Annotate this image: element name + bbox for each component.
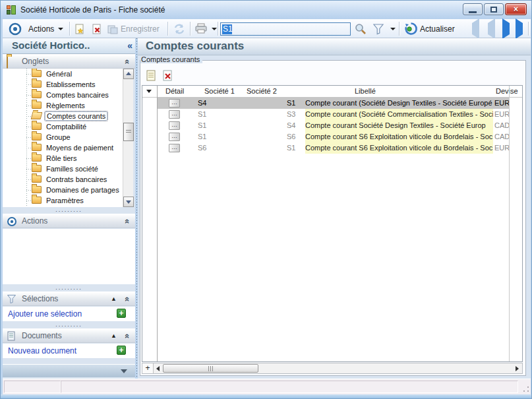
search-button[interactable] (354, 21, 367, 36)
folder-icon (32, 154, 42, 162)
collapse-sidebar-button[interactable]: « (127, 40, 133, 51)
collapse-panel-icon[interactable]: « (123, 219, 133, 224)
filter-button[interactable] (372, 21, 385, 36)
cell-societe1: S1 (198, 110, 206, 118)
table-row[interactable]: …S1S4Compte courant Société Design Texti… (142, 120, 523, 131)
column-header-devise[interactable]: Devise (496, 87, 518, 95)
add-selection-link[interactable]: Ajouter une sélection (8, 309, 82, 319)
tree-item-groupe[interactable]: Groupe (3, 132, 123, 142)
column-header-detail[interactable]: Détail (165, 87, 184, 95)
splitter-handle[interactable]: ......... (3, 208, 135, 213)
collapse-panel-icon[interactable]: « (123, 297, 133, 301)
table-row[interactable]: …S4S1Compte courant (Société Design Text… (142, 98, 523, 109)
panel-header-selections[interactable]: Sélections ▲ « (3, 292, 135, 306)
scrollbar-thumb[interactable] (163, 364, 258, 373)
actions-panel-label: Actions (22, 216, 47, 226)
splitter-handle[interactable]: ......... (3, 286, 135, 291)
add-selection-plus-button[interactable]: + (117, 309, 126, 318)
grid-new-row-button[interactable] (145, 69, 158, 82)
refresh-button[interactable] (173, 21, 186, 36)
column-header-libelle[interactable]: Libellé (355, 87, 376, 95)
search-input[interactable] (220, 22, 351, 36)
filter-dropdown-button[interactable] (388, 21, 396, 36)
print-dropdown-button[interactable] (210, 21, 217, 36)
tree-item-comptes-bancaires[interactable]: Comptes bancaires (3, 90, 123, 100)
nav-next-button[interactable] (502, 21, 510, 36)
tree-item-r-glements[interactable]: Règlements (3, 100, 123, 111)
horizontal-scrollbar[interactable]: + (142, 363, 523, 374)
sidebar-overflow-bar[interactable] (3, 364, 135, 377)
splitter-handle[interactable]: ......... (3, 322, 135, 328)
column-header-societe2[interactable]: Société 2 (247, 87, 277, 95)
cell-libelle: Compte courant (Société Design Textiles … (305, 98, 493, 109)
delete-page-icon (91, 23, 103, 35)
nav-first-button[interactable] (472, 21, 479, 36)
document-icon (7, 331, 17, 340)
minimize-icon (469, 11, 477, 13)
main-title-band: Comptes courants (138, 38, 531, 55)
tree-item-contrats-bancaires[interactable]: Contrats bancaires (3, 174, 123, 185)
resize-grip[interactable] (523, 386, 529, 392)
window-title: Société Horticole de Paris - Fiche socié… (20, 5, 165, 15)
folder-icon (32, 175, 42, 183)
close-button[interactable]: × (505, 3, 527, 15)
collapse-panel-icon[interactable]: « (123, 59, 133, 64)
collapse-panel-icon[interactable]: « (123, 334, 133, 338)
add-row-button[interactable]: + (142, 363, 154, 373)
folder-icon (32, 91, 42, 98)
tree-scrollbar[interactable] (123, 69, 133, 207)
scroll-right-button[interactable] (513, 363, 522, 373)
print-button[interactable] (194, 21, 208, 36)
tree-item-moyens-de-paiement[interactable]: Moyens de paiement (3, 142, 123, 153)
folder-icon (32, 80, 42, 88)
collapse-up-icon[interactable]: ▲ (111, 295, 117, 302)
actions-menu-button[interactable]: Actions (26, 21, 63, 36)
delete-record-button[interactable] (91, 21, 103, 36)
cell-societe2: S6 (287, 133, 295, 140)
folder-icon (32, 165, 42, 172)
tree-item-familles-soci-t-[interactable]: Familles société (3, 164, 123, 174)
tree-item-etablissements[interactable]: Etablissements (3, 79, 123, 90)
scroll-left-button[interactable] (154, 363, 163, 373)
window-bottom-border (1, 394, 532, 399)
grid-delete-row-button[interactable] (162, 69, 175, 82)
panel-header-documents[interactable]: Documents ▲ « (3, 328, 135, 343)
detail-ellipsis-button[interactable]: … (169, 144, 180, 152)
tree-item-r-le-tiers[interactable]: Rôle tiers (3, 153, 123, 164)
title-bar[interactable]: Société Horticole de Paris - Fiche socié… (1, 1, 532, 19)
table-row[interactable]: …S6S1Compte courant S6 Exploitation viti… (142, 142, 523, 154)
scroll-down-button[interactable] (123, 197, 134, 207)
folder-icon (32, 144, 42, 151)
new-document-link[interactable]: Nouveau document (8, 346, 76, 355)
detail-ellipsis-button[interactable]: … (169, 133, 180, 141)
nav-previous-button[interactable] (488, 21, 495, 36)
table-row[interactable]: …S1S6Compte courant S6 Exploitation viti… (142, 131, 523, 142)
nav-last-button[interactable] (516, 21, 523, 36)
cell-devise: CAD (494, 133, 510, 140)
folder-icon (7, 57, 17, 66)
table-header[interactable]: Détail Société 1 Société 2 Libellé Devis… (142, 86, 523, 98)
cell-libelle: Compte courant Société Design Textiles -… (305, 120, 493, 131)
column-header-societe1[interactable]: Société 1 (204, 87, 235, 95)
tree-item-g-n-ral[interactable]: Général (3, 69, 123, 79)
new-document-plus-button[interactable]: + (117, 346, 126, 355)
new-record-button[interactable] (74, 21, 86, 36)
scroll-up-button[interactable] (123, 69, 134, 79)
collapse-up-icon[interactable]: ▲ (111, 332, 117, 339)
panel-header-onglets[interactable]: Onglets « (3, 54, 135, 69)
save-button[interactable]: Enregistrer (107, 21, 162, 36)
tree-item-domaines-de-partages[interactable]: Domaines de partages (3, 185, 123, 195)
detail-ellipsis-button[interactable]: … (169, 121, 180, 130)
tree-item-comptabilit-[interactable]: Comptabilité (3, 121, 123, 132)
detail-ellipsis-button[interactable]: … (169, 99, 180, 107)
panel-header-actions[interactable]: Actions « (3, 214, 135, 228)
tree-item-param-tres[interactable]: Paramètres (3, 195, 123, 206)
table-row[interactable]: …S1S3Compte courant (Société Commerciali… (142, 109, 523, 120)
detail-ellipsis-button[interactable]: … (169, 110, 180, 119)
minimize-button[interactable] (463, 3, 483, 15)
actualiser-button[interactable]: Actualiser (404, 21, 457, 36)
restore-button[interactable] (484, 3, 504, 15)
tree-item-comptes-courants[interactable]: Comptes courants (3, 111, 123, 121)
app-icon (7, 5, 16, 15)
scrollbar-thumb[interactable] (123, 123, 134, 141)
